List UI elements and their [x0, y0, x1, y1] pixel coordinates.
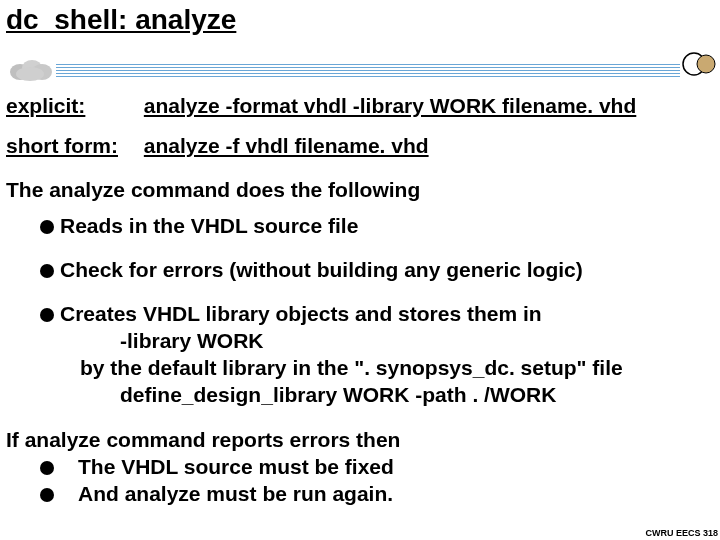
bullet-3-text: Creates VHDL library objects and stores …	[60, 302, 542, 325]
bullet-dot-icon	[40, 308, 54, 322]
closing-text: If analyze command reports errors then	[6, 428, 400, 452]
bullet-dot-icon	[40, 488, 54, 502]
svg-point-3	[16, 67, 44, 81]
subline-2: by the default library in the ". synopsy…	[80, 356, 623, 380]
bullet-2-text: Check for errors (without building any g…	[60, 258, 583, 281]
subline-3: define_design_library WORK -path . /WORK	[120, 383, 556, 407]
decorative-lines	[56, 64, 680, 80]
bullet-2: Check for errors (without building any g…	[40, 258, 710, 282]
subline-1: -library WORK	[120, 329, 264, 353]
closing-bullet-2: And analyze must be run again.	[40, 482, 393, 506]
short-form-value: analyze -f vhdl filename. vhd	[144, 134, 429, 157]
explicit-row: explicit: analyze -format vhdl -library …	[6, 94, 714, 118]
divider	[0, 48, 720, 88]
bullet-1-text: Reads in the VHDL source file	[60, 214, 358, 237]
bullet-1: Reads in the VHDL source file	[40, 214, 710, 238]
explicit-label: explicit:	[6, 94, 138, 118]
closing-bullet-1-text: The VHDL source must be fixed	[78, 455, 394, 478]
closing-bullet-2-text: And analyze must be run again.	[78, 482, 393, 505]
intro-text: The analyze command does the following	[6, 178, 420, 202]
divider-end-icon	[682, 52, 716, 76]
bullet-3: Creates VHDL library objects and stores …	[40, 302, 710, 326]
closing-bullet-1: The VHDL source must be fixed	[40, 455, 394, 479]
short-form-label: short form:	[6, 134, 138, 158]
bullet-dot-icon	[40, 264, 54, 278]
short-form-row: short form: analyze -f vhdl filename. vh…	[6, 134, 714, 158]
bullet-dot-icon	[40, 220, 54, 234]
bullet-dot-icon	[40, 461, 54, 475]
slide-title: dc_shell: analyze	[6, 4, 236, 36]
explicit-value: analyze -format vhdl -library WORK filen…	[144, 94, 636, 117]
svg-point-5	[697, 55, 715, 73]
cloud-icon	[8, 58, 54, 82]
footer-text: CWRU EECS 318	[645, 528, 718, 538]
